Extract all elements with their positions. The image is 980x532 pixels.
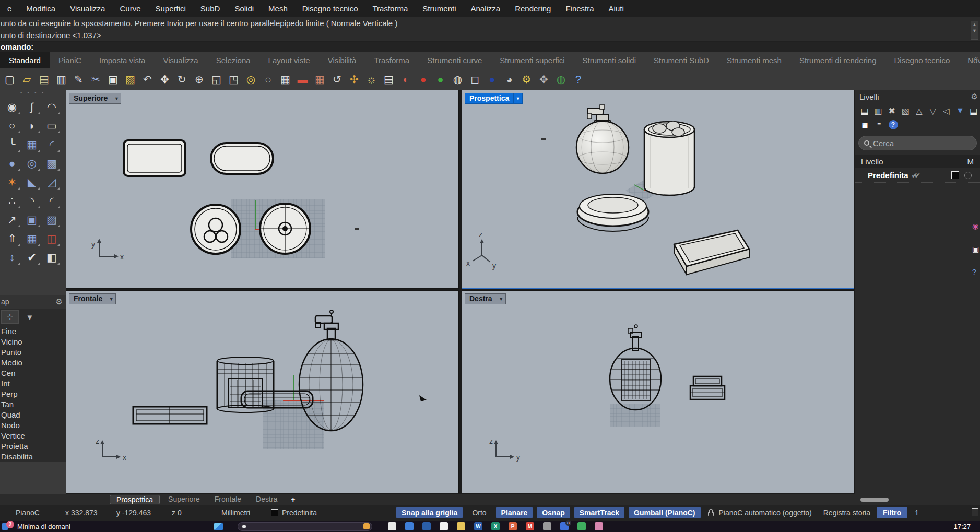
viewport-frontale-canvas[interactable]: z x — [66, 291, 459, 493]
status-toggle[interactable]: Gumball (PianoC) — [629, 507, 700, 518]
layers-toolbar-icon[interactable]: ▤ — [858, 104, 871, 117]
sidebar-tool-button[interactable]: ◗ — [22, 116, 42, 135]
osnap-checkbox-item[interactable]: Disabilita — [1, 452, 66, 462]
toolbar-icon[interactable]: ◕ — [501, 70, 518, 88]
osnap-checkbox-item[interactable]: Quad — [1, 410, 66, 420]
ribbon-tab[interactable]: Standard — [0, 52, 50, 68]
osnap-tab-snaps[interactable]: ⊹ — [1, 310, 19, 324]
viewport-tab-frontale[interactable]: Frontale — [208, 495, 247, 504]
ribbon-tab[interactable]: Imposta vista — [90, 52, 154, 68]
search-bing-icon[interactable] — [363, 523, 370, 529]
sidebar-tool-button[interactable]: ✶ — [2, 172, 22, 191]
object-tray-3d[interactable] — [674, 230, 749, 275]
viewport-tab-destra[interactable]: Destra — [250, 495, 284, 504]
viewport-superiore[interactable]: y x Superiore ▼ — [66, 90, 459, 289]
toolbar-icon[interactable]: ▢ — [1, 70, 18, 88]
osnap-checkbox-item[interactable]: Nodo — [1, 420, 66, 431]
viewport-frontale[interactable]: z x Frontale ▼ — [66, 290, 459, 493]
sidebar-tool-button[interactable]: ▦ — [22, 229, 42, 247]
ribbon-tab[interactable]: Disegno tecnico — [885, 52, 959, 68]
object-soapdish-3d[interactable] — [577, 194, 648, 231]
sidebar-tool-button[interactable]: ▣ — [22, 210, 42, 229]
gear-icon[interactable]: ⚙ — [56, 297, 63, 306]
status-toggle[interactable]: SmartTrack — [574, 507, 624, 518]
taskbar-app-icon[interactable] — [388, 522, 396, 530]
weather-widget[interactable]: 2 Minima di domani — [1, 523, 210, 530]
toolbar-icon[interactable]: ◱ — [208, 70, 225, 88]
sidebar-tool-button[interactable]: ◫ — [42, 229, 62, 247]
viewport-title-destra[interactable]: Destra ▼ — [465, 293, 506, 304]
toolbar-icon[interactable]: ◍ — [552, 70, 570, 88]
layers-toolbar-icon[interactable]: ▼ — [954, 104, 966, 117]
taskbar-app-icon[interactable] — [577, 522, 586, 530]
viewport-title-label[interactable]: Destra — [465, 293, 497, 304]
toolbar-icon[interactable]: ◐ — [397, 70, 415, 88]
toolbar-icon[interactable]: ✂ — [87, 70, 104, 88]
taskbar-app-icon[interactable] — [422, 522, 431, 530]
osnap-checkbox-item[interactable]: Cen — [1, 368, 66, 379]
viewport-title-frontale[interactable]: Frontale ▼ — [69, 293, 116, 304]
column-livello[interactable]: Livello — [855, 157, 883, 166]
toolbar-icon[interactable]: ✎ — [70, 70, 87, 88]
ribbon-tab[interactable]: Strumenti curve — [418, 52, 491, 68]
sidebar-tool-button[interactable]: ↕ — [2, 247, 22, 266]
sidebar-tool-button[interactable]: ◎ — [22, 153, 42, 172]
menu-item[interactable]: Finestra — [558, 4, 601, 13]
ribbon-tab[interactable]: Strumenti di rendering — [790, 52, 885, 68]
viewport-title-label[interactable]: Frontale — [69, 293, 107, 304]
chevron-down-icon[interactable]: ▼ — [112, 93, 121, 104]
panel-tab-icon[interactable]: ◉ — [972, 219, 980, 233]
toolbar-icon[interactable]: ▣ — [104, 70, 122, 88]
osnap-checkbox-item[interactable]: Punto — [1, 347, 66, 358]
toolbar-icon[interactable]: ↺ — [328, 70, 346, 88]
sidebar-tool-button[interactable]: ● — [2, 153, 22, 172]
toolbar-icon[interactable]: ◍ — [449, 70, 466, 88]
object-tray-front[interactable] — [133, 407, 207, 424]
ribbon-tab[interactable]: Strumenti superfici — [491, 52, 573, 68]
object-jar-3d[interactable] — [644, 121, 694, 195]
menu-item[interactable]: Mesh — [261, 4, 295, 13]
toolbar-icon[interactable]: ✥ — [156, 70, 173, 88]
toolbar-icon[interactable]: ▤ — [380, 70, 397, 88]
object-dispenser-right[interactable] — [610, 325, 661, 410]
object-dispenser-3d[interactable] — [576, 105, 629, 173]
viewport-prospettica[interactable]: z x y Prospettica ▼ — [462, 90, 854, 289]
taskbar-app-icon[interactable] — [405, 522, 414, 530]
sidebar-tool-button[interactable]: ╰ — [2, 135, 22, 153]
toolbar-icon[interactable]: ● — [415, 70, 432, 88]
status-current-layer[interactable]: Predefinita — [271, 509, 334, 517]
status-filter-toggle[interactable]: Filtro — [877, 507, 907, 518]
osnap-tab-filter[interactable]: ▼ — [21, 310, 39, 324]
toolbar-icon[interactable]: ● — [432, 70, 449, 88]
menu-item[interactable]: Visualizza — [63, 4, 112, 13]
menu-item[interactable]: Aiuti — [601, 4, 631, 13]
layers-toolbar-icon[interactable]: ▽ — [927, 104, 939, 117]
layers-toolbar-icon[interactable]: ✖ — [885, 104, 898, 117]
viewport-destra-canvas[interactable]: z y — [462, 291, 854, 493]
ribbon-tab[interactable]: Strumenti SubD — [645, 52, 718, 68]
task-view-icon[interactable] — [214, 523, 223, 530]
panel-horizontal-scrollbar[interactable] — [860, 498, 889, 502]
chevron-down-icon[interactable]: ▼ — [514, 93, 523, 104]
toolbar-icon[interactable]: ↻ — [173, 70, 191, 88]
toolbar-icon[interactable]: ☼ — [363, 70, 380, 88]
panel-tab-icon[interactable]: ? — [972, 265, 980, 279]
viewport-tab-superiore[interactable]: Superiore — [162, 495, 206, 504]
sidebar-tool-button[interactable]: ◜ — [42, 135, 62, 153]
taskbar-app-icon[interactable] — [543, 522, 551, 530]
gear-icon[interactable]: ⚙ — [971, 92, 978, 101]
layers-table-header[interactable]: Livello M — [855, 155, 980, 168]
layers-toolbar-icon[interactable]: ◁ — [940, 104, 953, 117]
osnap-checkbox-item[interactable]: Int — [1, 379, 66, 389]
layer-material-icon[interactable] — [964, 172, 972, 179]
layer-color-swatch[interactable] — [951, 171, 959, 179]
toolbar-icon[interactable]: ● — [483, 70, 501, 88]
sidebar-tool-button[interactable]: ◠ — [42, 97, 62, 116]
sidebar-tool-button[interactable]: ✔ — [22, 247, 42, 266]
status-toggle[interactable]: Osnap — [537, 507, 570, 518]
sidebar-tool-button[interactable]: ▭ — [42, 116, 62, 135]
sidebar-tool-button[interactable]: ↗ — [2, 210, 22, 229]
viewport-title-label[interactable]: Superiore — [69, 93, 112, 104]
layer-row-predefinita[interactable]: Predefinita ✔✔ — [855, 168, 980, 183]
menu-item[interactable]: Modifica — [19, 4, 63, 13]
